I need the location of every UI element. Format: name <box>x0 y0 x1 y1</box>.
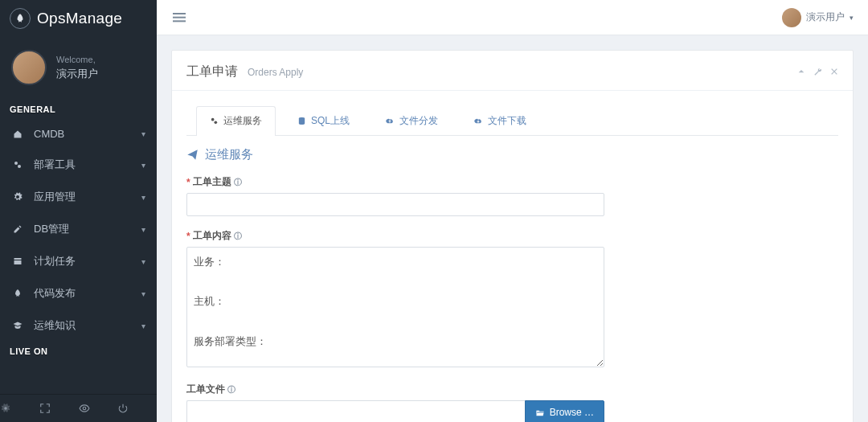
fullscreen-icon[interactable] <box>39 395 79 422</box>
welcome-label: Welcome, <box>56 54 98 66</box>
nav-cmdb[interactable]: CMDB ▾ <box>0 119 157 149</box>
browse-button[interactable]: Browse … <box>525 400 604 422</box>
brand-text: OpsManage <box>37 10 122 27</box>
nav-deploy[interactable]: 部署工具 ▾ <box>0 149 157 181</box>
tab-label: 文件下载 <box>488 114 526 128</box>
panel-header: 工单申请 Orders Apply <box>172 51 853 91</box>
nav-code[interactable]: 代码发布 ▾ <box>0 277 157 309</box>
info-icon[interactable]: ⓘ <box>234 231 242 242</box>
nav-wiki[interactable]: 运维知识 ▾ <box>0 309 157 342</box>
tab-sql[interactable]: SQL上线 <box>284 106 363 136</box>
svg-point-8 <box>215 121 218 125</box>
chevron-down-icon: ▾ <box>850 14 854 22</box>
top-user-menu[interactable]: 演示用户 ▾ <box>782 8 854 27</box>
nav-label: 应用管理 <box>34 190 76 204</box>
wrench-icon[interactable] <box>813 68 822 76</box>
nav-db[interactable]: DB管理 ▾ <box>0 213 157 245</box>
tab-file-down[interactable]: 文件下载 <box>460 106 540 136</box>
panel: 工单申请 Orders Apply 运维服务 <box>171 50 854 422</box>
brand[interactable]: OpsManage <box>0 0 157 39</box>
section-live: LIVE ON <box>0 342 157 361</box>
field-subject: * 工单主题 ⓘ <box>186 175 604 216</box>
chevron-down-icon: ▾ <box>141 322 145 330</box>
chevron-down-icon: ▾ <box>141 161 145 170</box>
field-file: 工单文件 ⓘ Browse … <box>186 383 604 422</box>
database-icon <box>297 117 306 125</box>
subject-input[interactable] <box>186 193 604 216</box>
svg-rect-6 <box>173 20 186 22</box>
graduation-cap-icon <box>10 321 26 330</box>
avatar <box>11 50 47 85</box>
svg-rect-4 <box>173 13 186 14</box>
nav-label: 代码发布 <box>34 286 76 301</box>
welcome-user: 演示用户 <box>56 67 98 81</box>
cloud-download-icon <box>473 117 483 125</box>
file-path-input[interactable] <box>186 400 525 422</box>
rocket-icon <box>10 289 26 298</box>
chevron-down-icon: ▾ <box>141 225 145 234</box>
info-icon[interactable]: ⓘ <box>234 177 242 188</box>
chevron-down-icon: ▾ <box>141 193 145 202</box>
calendar-icon <box>10 256 26 266</box>
sidebar-nav: CMDB ▾ 部署工具 ▾ 应用管理 ▾ DB管理 ▾ 计划任务 ▾ <box>0 119 157 342</box>
field-content: * 工单内容 ⓘ <box>186 229 604 370</box>
svg-point-3 <box>83 407 86 410</box>
panel-subtitle: Orders Apply <box>248 67 303 78</box>
nav-label: CMDB <box>34 128 64 140</box>
required-mark: * <box>186 231 190 242</box>
svg-rect-5 <box>173 16 186 18</box>
menu-toggle-icon[interactable] <box>171 11 187 24</box>
edit-icon <box>10 224 26 234</box>
nav-app[interactable]: 应用管理 ▾ <box>0 181 157 213</box>
svg-point-7 <box>211 118 215 121</box>
sidebar-user: Welcome, 演示用户 <box>0 39 157 100</box>
field-label: 工单内容 <box>193 229 231 243</box>
tabs: 运维服务 SQL上线 文件分发 文件下载 <box>186 105 838 136</box>
cogs-icon <box>210 117 219 125</box>
section-general: GENERAL <box>0 100 157 119</box>
content: 工单申请 Orders Apply 运维服务 <box>157 35 868 422</box>
content-textarea[interactable] <box>186 247 604 367</box>
eye-icon[interactable] <box>79 395 118 422</box>
topbar: 演示用户 ▾ <box>157 0 868 35</box>
rocket-icon <box>10 8 31 29</box>
paper-plane-icon <box>186 149 199 161</box>
tab-label: 文件分发 <box>399 114 438 128</box>
chevron-down-icon: ▾ <box>141 257 145 266</box>
panel-title: 工单申请 <box>186 64 238 80</box>
svg-point-0 <box>14 162 18 165</box>
settings-icon[interactable] <box>0 395 39 422</box>
field-label: 工单文件 <box>186 383 225 396</box>
info-icon[interactable]: ⓘ <box>227 384 235 395</box>
tab-ops-service[interactable]: 运维服务 <box>196 106 276 136</box>
chevron-down-icon: ▾ <box>141 129 145 138</box>
close-icon[interactable] <box>830 68 838 76</box>
tab-file-dist[interactable]: 文件分发 <box>371 106 452 136</box>
cloud-upload-icon <box>385 117 395 125</box>
bottom-toolbar <box>0 394 157 422</box>
main: 演示用户 ▾ 工单申请 Orders Apply <box>157 0 868 422</box>
field-label: 工单主题 <box>193 175 231 189</box>
chevron-down-icon: ▾ <box>141 289 145 298</box>
collapse-icon[interactable] <box>797 68 805 76</box>
tab-label: SQL上线 <box>311 114 350 128</box>
avatar <box>782 8 801 27</box>
tab-label: 运维服务 <box>223 114 262 128</box>
top-user-name: 演示用户 <box>806 10 845 24</box>
power-icon[interactable] <box>117 395 157 422</box>
nav-cron[interactable]: 计划任务 ▾ <box>0 245 157 277</box>
cogs-icon <box>10 160 26 170</box>
section-heading: 运维服务 <box>186 147 838 162</box>
nav-label: 部署工具 <box>34 158 76 172</box>
svg-point-1 <box>18 165 21 168</box>
gear-icon <box>10 192 26 202</box>
sidebar: OpsManage Welcome, 演示用户 GENERAL CMDB ▾ 部… <box>0 0 157 422</box>
required-mark: * <box>186 177 190 188</box>
nav-label: DB管理 <box>34 222 69 236</box>
nav-label: 计划任务 <box>34 254 76 268</box>
nav-label: 运维知识 <box>34 318 76 333</box>
folder-open-icon <box>535 408 545 417</box>
home-icon <box>10 129 26 139</box>
